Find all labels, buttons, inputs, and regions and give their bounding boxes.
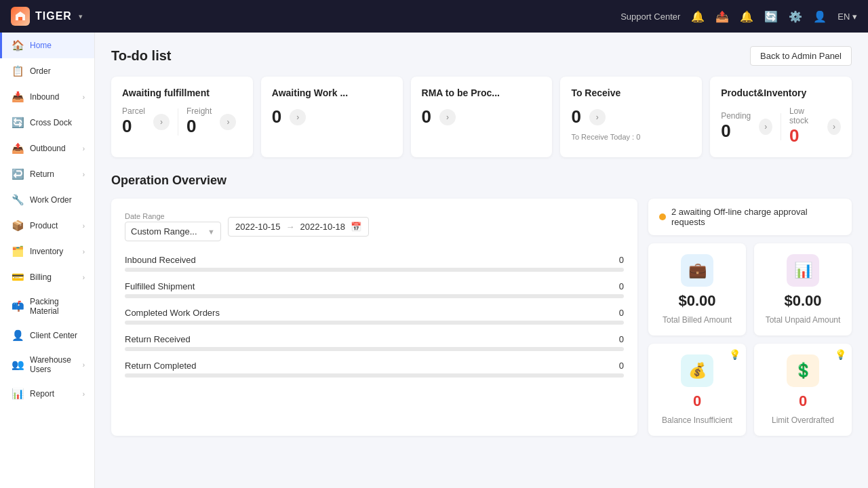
sidebar-item-workorder[interactable]: 🔧 Work Order — [0, 187, 94, 213]
settings-icon[interactable]: ⚙️ — [789, 10, 802, 23]
select-arrow-icon: ▼ — [208, 228, 215, 236]
language-selector[interactable]: EN ▾ — [837, 12, 857, 22]
hint-icon-balance: 💡 — [729, 349, 741, 360]
back-to-admin-button[interactable]: Back to Admin Panel — [750, 46, 852, 66]
bar-count: 0 — [619, 255, 624, 265]
pending-value: 0 — [721, 121, 751, 142]
app-dropdown-icon[interactable]: ▾ — [79, 12, 83, 21]
bar-track — [125, 294, 624, 298]
parcel-label: Parcel — [122, 106, 145, 116]
freight-label: Freight — [186, 106, 212, 116]
sidebar-item-packing[interactable]: 📫 Packing Material — [0, 290, 94, 323]
card-content-work: 0 › — [272, 106, 392, 127]
sidebar: 🏠 Home 📋 Order 📥 Inbound › 🔄 Cross Dock … — [0, 33, 95, 488]
bar-fulfilled-shipment: Fulfilled Shipment 0 — [125, 281, 624, 298]
chevron-icon-inventory: › — [83, 248, 85, 256]
sidebar-label-outbound: Outbound — [30, 144, 66, 153]
sidebar-icon-client: 👤 — [12, 329, 24, 342]
bar-count: 0 — [619, 308, 624, 318]
total-billed-amount: $0.00 — [678, 292, 715, 310]
balance-insufficient-amount: 0 — [693, 392, 701, 410]
support-center-link[interactable]: Support Center — [620, 12, 680, 22]
date-input-range[interactable]: 2022-10-15 → 2022-10-18 📅 — [228, 217, 369, 237]
sidebar-label-home: Home — [30, 41, 52, 50]
sidebar-item-home[interactable]: 🏠 Home — [0, 33, 94, 58]
app-layout: 🏠 Home 📋 Order 📥 Inbound › 🔄 Cross Dock … — [0, 33, 868, 488]
bar-label: Inbound Received — [125, 255, 196, 265]
rma-value: 0 — [422, 106, 431, 127]
sidebar-icon-workorder: 🔧 — [12, 194, 24, 206]
operation-left-panel: Date Range Custom Range... ▼ 2022-10-15 … — [111, 199, 637, 436]
sidebar-item-billing[interactable]: 💳 Billing › — [0, 264, 94, 290]
date-range-select[interactable]: Custom Range... ▼ — [125, 224, 220, 239]
notification-icon[interactable]: 🔔 — [691, 10, 705, 23]
pending-arrow[interactable]: › — [759, 119, 772, 135]
date-to: 2022-10-18 — [300, 222, 346, 232]
date-range-option: Custom Range... — [131, 226, 197, 237]
bar-label: Return Completed — [125, 361, 197, 371]
date-from: 2022-10-15 — [235, 222, 281, 232]
sidebar-item-report[interactable]: 📊 Report › — [0, 381, 94, 407]
date-controls: Date Range Custom Range... ▼ 2022-10-15 … — [125, 212, 624, 241]
sidebar-label-workorder: Work Order — [30, 195, 72, 205]
date-range-group: Date Range Custom Range... ▼ — [125, 212, 221, 241]
freight-arrow[interactable]: › — [220, 114, 236, 130]
top-nav: TIGER ▾ Support Center 🔔 📤 🔔 🔄 ⚙️ 👤 EN ▾ — [0, 0, 868, 33]
refresh-icon[interactable]: 🔄 — [764, 10, 778, 23]
rma-arrow[interactable]: › — [439, 109, 456, 125]
hint-icon-limit: 💡 — [835, 349, 846, 360]
pending-label: Pending — [721, 111, 751, 121]
bar-completed-work-orders: Completed Work Orders 0 — [125, 308, 624, 325]
bar-return-received: Return Received 0 — [125, 334, 624, 351]
parcel-arrow[interactable]: › — [153, 114, 170, 130]
freight-col: Freight 0 — [186, 106, 212, 137]
sidebar-item-return[interactable]: ↩️ Return › — [0, 161, 94, 187]
pending-col: Pending 0 — [721, 111, 751, 142]
nav-brand: TIGER ▾ — [11, 7, 83, 26]
stat-card-balance-insufficient: 💡 💰 0 Balance Insufficient — [648, 344, 746, 436]
sidebar-icon-inventory: 🗂️ — [12, 245, 24, 258]
sidebar-item-inbound[interactable]: 📥 Inbound › — [0, 84, 94, 110]
bar-count: 0 — [619, 361, 624, 371]
sidebar-item-warehouse[interactable]: 👥 Warehouse Users › — [0, 348, 94, 381]
chevron-icon-inbound: › — [83, 94, 85, 101]
lowstock-arrow[interactable]: › — [827, 119, 841, 135]
sidebar-icon-crossdock: 🔄 — [12, 117, 24, 129]
bell-icon[interactable]: 🔔 — [740, 10, 753, 23]
sidebar-item-order[interactable]: 📋 Order — [0, 58, 94, 84]
sidebar-icon-warehouse: 👥 — [12, 359, 24, 371]
parcel-value: 0 — [122, 116, 145, 137]
card-title-work: Awaiting Work ... — [272, 87, 392, 98]
chevron-icon-return: › — [83, 171, 85, 178]
date-range-arrow: → — [286, 222, 295, 232]
sidebar-label-product: Product — [30, 221, 58, 230]
bar-track — [125, 373, 624, 378]
alert-banner: 2 awaiting Off-line charge approval requ… — [648, 199, 852, 235]
sidebar-item-crossdock[interactable]: 🔄 Cross Dock — [0, 110, 94, 136]
receive-arrow[interactable]: › — [589, 109, 606, 125]
stat-card-total-billed: 💼 $0.00 Total Billed Amount — [648, 243, 746, 336]
upload-icon[interactable]: 📤 — [715, 10, 729, 23]
card-title: Awaiting fulfillment — [122, 87, 242, 98]
card-to-receive: To Receive 0 › To Receive Today : 0 — [560, 77, 702, 157]
user-icon[interactable]: 👤 — [813, 10, 827, 23]
sidebar-item-product[interactable]: 📦 Product › — [0, 213, 94, 239]
sidebar-label-client: Client Center — [30, 331, 77, 340]
op-section-header: Operation Overview — [111, 174, 852, 199]
sidebar-item-inventory[interactable]: 🗂️ Inventory › — [0, 239, 94, 264]
card-awaiting-work: Awaiting Work ... 0 › — [261, 77, 403, 157]
receive-sub: To Receive Today : 0 — [571, 133, 691, 141]
nav-actions: Support Center 🔔 📤 🔔 🔄 ⚙️ 👤 EN ▾ — [620, 10, 857, 23]
bar-count: 0 — [619, 281, 624, 291]
sidebar-label-crossdock: Cross Dock — [30, 118, 72, 127]
card-title-rma: RMA to be Proc... — [422, 87, 542, 98]
sidebar-label-return: Return — [30, 169, 54, 179]
sidebar-item-outbound[interactable]: 📤 Outbound › — [0, 136, 94, 161]
product-divider — [781, 113, 781, 140]
bar-label: Fulfilled Shipment — [125, 281, 195, 291]
work-arrow[interactable]: › — [290, 109, 306, 125]
sidebar-item-client[interactable]: 👤 Client Center — [0, 323, 94, 348]
sidebar-label-report: Report — [30, 389, 54, 399]
alert-dot-icon — [659, 214, 666, 220]
calendar-icon[interactable]: 📅 — [351, 222, 361, 232]
